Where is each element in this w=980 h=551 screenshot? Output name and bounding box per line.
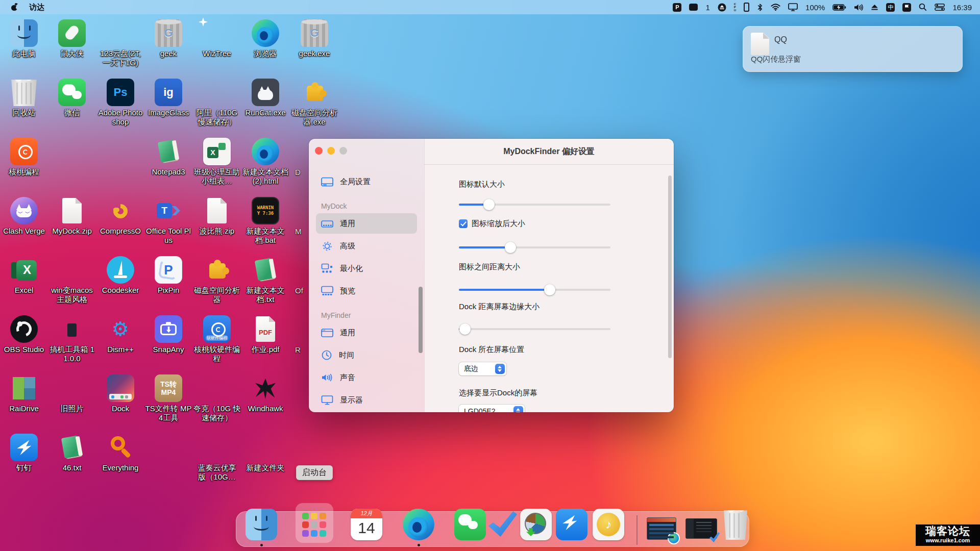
desktop-icon[interactable]: Dock [96, 374, 144, 413]
desktop-icon[interactable]: 微信 [48, 79, 96, 117]
battery-charging-icon[interactable] [832, 4, 846, 11]
desktop-icon[interactable]: Ggeek.exe [290, 19, 338, 58]
desktop-icon[interactable]: RaiDrive [0, 374, 48, 413]
desktop-icon[interactable]: WizTree [193, 19, 241, 58]
desktop-icon[interactable]: 此电脑 [0, 19, 48, 58]
dock-item-calendar[interactable]: 12月14 [351, 509, 382, 540]
close-button[interactable] [315, 147, 323, 155]
desktop-icon[interactable]: 123云盘(2T,一天下1G) [96, 19, 144, 67]
desktop-icon[interactable]: 鼠大侠 [48, 19, 96, 58]
desktop-icon[interactable]: ⚙Dism++ [96, 315, 144, 354]
pixpin-tray-icon[interactable]: P [673, 3, 681, 12]
volume-icon[interactable] [854, 4, 863, 11]
desktop-icon[interactable]: WARNIN Y 7:36新建文本文档.bat [241, 197, 289, 245]
desktop-icon[interactable]: Ggeek [144, 19, 192, 58]
desktop-icon[interactable]: Windhawk [241, 374, 289, 413]
desktop-icon[interactable]: PDF作业.pdf [241, 315, 289, 354]
sidebar-item-最小化[interactable]: 最小化 [316, 258, 417, 279]
desktop-icon[interactable]: TOffice Tool Plus [144, 197, 192, 245]
search-icon[interactable] [919, 3, 927, 11]
sidebar-item-全局设置[interactable]: 全局设置 [316, 171, 417, 192]
dock-item-todo-window-thumb[interactable] [685, 518, 717, 539]
dock-item-edge-window-thumb[interactable] [647, 517, 676, 540]
setting-select[interactable]: LGD05E2 [459, 405, 525, 412]
desktop-icon[interactable]: 磁盘空间分析器 [193, 256, 241, 304]
slider-thumb[interactable] [544, 284, 555, 295]
sidebar-item-声音[interactable]: 声音 [316, 367, 417, 388]
sidebar-item-通用[interactable]: 通用 [316, 322, 417, 343]
desktop-icon[interactable]: PPixPin [144, 256, 192, 295]
desktop-icon[interactable]: 浏览器 [241, 19, 289, 58]
desktop-icon[interactable]: 核桃编程 [0, 138, 48, 177]
dock-item-music[interactable]: ♪ [593, 509, 624, 540]
desktop-icon[interactable]: 磁盘空间分析器.exe [290, 79, 338, 127]
setting-slider[interactable] [459, 199, 610, 210]
badge-count[interactable]: 1 [705, 3, 709, 12]
wifi-icon[interactable] [771, 4, 780, 11]
dock-item-finder[interactable] [246, 509, 277, 540]
desktop-icon[interactable]: Coodesker [96, 256, 144, 295]
control-center-icon[interactable] [935, 4, 945, 11]
dock-item-launchpad[interactable] [298, 509, 330, 540]
desktop-icon[interactable]: igImageGlass [144, 79, 192, 117]
desktop-icon[interactable]: 回收站 [0, 79, 48, 117]
minimize-button[interactable] [327, 147, 335, 155]
slider-track[interactable] [459, 328, 610, 330]
setting-slider[interactable] [459, 242, 610, 253]
desktop-icon[interactable]: XExcel [0, 256, 48, 295]
setting-slider[interactable] [459, 284, 610, 295]
battery-percent[interactable]: 100% [805, 3, 825, 12]
sidebar-scrollbar[interactable] [419, 287, 423, 353]
desktop-icon[interactable]: TS转 MP4TS文件转 MP4工具 [144, 374, 192, 422]
zoom-button[interactable] [339, 147, 347, 155]
display-icon[interactable] [788, 3, 798, 11]
eject-disk-icon[interactable] [718, 3, 726, 12]
desktop-icon[interactable]: 钉钉 [0, 434, 48, 472]
dock-item-dingtalk[interactable] [556, 509, 587, 540]
desktop-icon[interactable]: 波比熊.zip [193, 197, 241, 236]
checkbox-checked[interactable] [459, 219, 468, 228]
sidebar-item-高级[interactable]: 高级 [316, 236, 417, 256]
desktop-icon[interactable]: Everything [96, 434, 144, 472]
sidebar-item-显示器[interactable]: 显示器 [316, 390, 417, 410]
dock-item-wechat[interactable] [454, 509, 486, 540]
desktop-icon[interactable]: OBS Studio [0, 315, 48, 354]
dock-item-idm[interactable] [520, 509, 552, 540]
desktop-icon[interactable]: CompressO [96, 197, 144, 236]
panel-scrollbar[interactable] [668, 176, 672, 358]
desktop-icon[interactable]: 新建文本文档 (2).html [241, 138, 289, 186]
menu-clock[interactable]: 16:39 [952, 3, 972, 12]
desktop-icon[interactable]: 搞机工具箱 11.0.0 [48, 315, 96, 363]
desktop-icon[interactable]: 新建文件夹 [241, 434, 289, 472]
sidebar-item-通用[interactable]: 通用 [316, 213, 417, 234]
input-method-icon[interactable]: 中 [886, 3, 895, 12]
screen-recorder-icon[interactable] [689, 4, 698, 11]
slider-thumb[interactable] [459, 323, 471, 335]
slider-thumb[interactable] [505, 242, 516, 253]
bluetooth-icon[interactable] [757, 3, 763, 12]
dock-item-trash[interactable] [723, 509, 748, 540]
desktop-icon[interactable]: SnapAny [144, 315, 192, 354]
cpu-monitor-icon[interactable]: C P U [734, 3, 736, 12]
iphone-icon[interactable] [744, 3, 749, 12]
sidebar-item-预览[interactable]: 预览 [316, 281, 417, 301]
desktop-icon[interactable]: ﹀﹀Clash Verge [0, 197, 48, 236]
dock-item-edge-browser[interactable] [403, 509, 434, 540]
desktop-icon[interactable]: 46.txt [48, 434, 96, 472]
active-app-name[interactable]: 访达 [29, 3, 44, 12]
desktop-icon[interactable]: Notepad3 [144, 138, 192, 177]
desktop-icon[interactable]: 蓝奏云优享 版（10G… [193, 434, 241, 482]
desktop-icon[interactable]: 旧照片 [48, 374, 96, 413]
desktop-icon[interactable]: PsAdobe Photoshop [96, 79, 144, 127]
desktop-icon[interactable]: X班级心理互助小组表… [193, 138, 241, 186]
desktop-icon[interactable]: win变macos 主题风格 [48, 256, 96, 304]
checkmark-flag-icon[interactable] [902, 3, 911, 12]
desktop-icon[interactable]: 软硬件编程核桃软硬件编程 [193, 315, 241, 363]
desktop-icon[interactable]: 阿里（110G慢速储存） [193, 79, 241, 127]
setting-slider[interactable] [459, 323, 610, 335]
qq-notification[interactable]: QQ QQ闪传悬浮窗 [743, 26, 963, 72]
dock-item-ms-todo[interactable] [487, 509, 518, 539]
sidebar-item-时间[interactable]: 时间 [316, 345, 417, 365]
desktop-icon[interactable]: RunCat.exe [241, 79, 289, 117]
eject-icon[interactable] [871, 4, 878, 11]
